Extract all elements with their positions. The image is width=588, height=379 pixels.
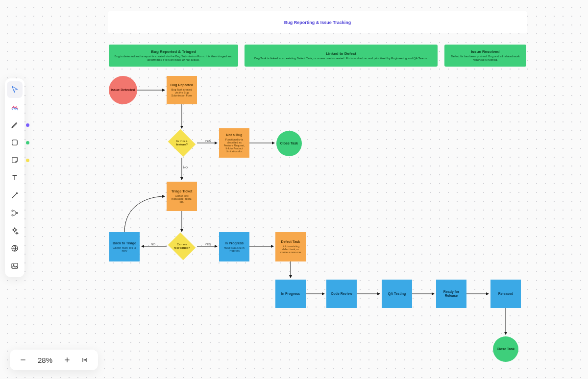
- zoom-controls: 28%: [10, 350, 98, 370]
- pen-color-badge: [26, 123, 29, 127]
- node-code-review-label: Code Review: [331, 292, 352, 296]
- sticky-color-badge: [26, 159, 29, 162]
- zoom-fit-button[interactable]: [79, 355, 90, 365]
- svg-point-16: [12, 210, 13, 212]
- shape-color-badge: [26, 141, 29, 144]
- zoom-in-button[interactable]: [62, 355, 73, 365]
- svg-point-18: [16, 213, 18, 214]
- tool-text[interactable]: [7, 169, 23, 186]
- node-not-a-bug[interactable]: Not a Bug Functionality is classified as…: [219, 128, 249, 158]
- tool-brand-icon[interactable]: [7, 99, 23, 116]
- title-text: Bug Reporting & Issue Tracking: [284, 20, 351, 25]
- node-is-bug-decision[interactable]: Is this a feature?: [171, 132, 193, 154]
- section-resolved: Issue Resolved Defect fix has been pushe…: [444, 45, 526, 67]
- zoom-out-button[interactable]: [18, 355, 28, 365]
- section-linked: Linked to Defect Bug Task is linked to a…: [245, 45, 438, 67]
- node-in-progress-1[interactable]: In Progress Move status to In Progress: [219, 232, 249, 261]
- tool-pen[interactable]: [7, 117, 23, 133]
- node-qa-testing-label: QA Testing: [388, 292, 406, 296]
- node-defect-title: Defect Task: [281, 240, 300, 244]
- node-released[interactable]: Released: [490, 280, 521, 308]
- section-linked-title: Linked to Defect: [326, 51, 356, 56]
- node-triage-sub: Gather info: reproduce, repro, etc.: [169, 194, 195, 203]
- edge-no-2: NO: [151, 243, 155, 246]
- tool-shape[interactable]: [7, 134, 23, 151]
- node-not-a-bug-sub: Functionality is classified as Feature R…: [221, 138, 247, 153]
- diagram-title: Bug Reporting & Issue Tracking: [108, 11, 527, 33]
- node-in-progress-2-label: In Progress: [281, 292, 300, 296]
- node-close-task-2-label: Close Task: [497, 347, 514, 351]
- diagram-canvas[interactable]: Bug Reporting & Issue Tracking Bug Repor…: [0, 0, 588, 379]
- node-ready-release-label: Ready for Release: [438, 290, 465, 297]
- node-released-label: Released: [498, 292, 514, 296]
- node-code-review[interactable]: Code Review: [326, 280, 357, 308]
- node-back-to-triage[interactable]: Back to Triage Gather more info to retry: [109, 232, 140, 261]
- node-issue-detected-label: Issue Detected: [111, 88, 135, 92]
- tool-connector[interactable]: [7, 187, 23, 204]
- left-toolbar: [5, 78, 24, 277]
- edge-no-1: NO: [183, 166, 188, 169]
- section-reported: Bug Reported & Triaged Bug is detected a…: [109, 45, 238, 67]
- svg-point-17: [12, 214, 13, 216]
- node-bug-reported-sub: Bug Task created via the Bug Submission …: [169, 88, 195, 97]
- node-close-task-1[interactable]: Close Task: [276, 131, 302, 156]
- section-reported-title: Bug Reported & Triaged: [151, 49, 196, 54]
- node-issue-detected[interactable]: Issue Detected: [109, 76, 137, 104]
- edge-yes-2: YES: [205, 243, 211, 246]
- node-close-task-1-label: Close Task: [280, 142, 298, 145]
- tool-mindmap[interactable]: [7, 205, 23, 221]
- section-resolved-sub: Defect fix has been pushed. Bug and all …: [446, 55, 524, 61]
- node-close-task-2[interactable]: Close Task: [493, 336, 518, 362]
- node-triage-title: Triage Ticket: [172, 190, 193, 193]
- node-not-a-bug-title: Not a Bug: [226, 133, 242, 137]
- node-is-bug-label: Is this a feature?: [171, 140, 193, 146]
- node-in-progress-1-sub: Move status to In Progress: [221, 246, 247, 252]
- node-ready-release[interactable]: Ready for Release: [436, 280, 466, 308]
- node-in-progress-2[interactable]: In Progress: [275, 280, 306, 308]
- node-reproduce-label: Can we reproduce?: [171, 243, 193, 249]
- zoom-level: 28%: [35, 356, 55, 364]
- node-bug-reported-title: Bug Reported: [171, 83, 193, 87]
- tool-ai-sparkle[interactable]: [7, 222, 23, 239]
- node-defect-sub: Link to existing defect task, or create …: [277, 245, 304, 254]
- node-back-triage-sub: Gather more info to retry: [111, 246, 138, 252]
- tool-image[interactable]: [7, 258, 23, 274]
- section-linked-sub: Bug Task is linked to an existing Defect…: [251, 57, 431, 60]
- node-qa-testing[interactable]: QA Testing: [382, 280, 412, 308]
- section-reported-sub: Bug is detected and a report is created …: [111, 55, 236, 61]
- tool-sticky-note[interactable]: [7, 152, 23, 168]
- node-reproduce-decision[interactable]: Can we reproduce?: [171, 236, 193, 257]
- svg-rect-15: [12, 140, 18, 145]
- edge-yes-1: YES: [205, 140, 211, 142]
- node-defect-task[interactable]: Defect Task Link to existing defect task…: [275, 232, 306, 261]
- section-resolved-title: Issue Resolved: [471, 49, 499, 54]
- tool-web[interactable]: [7, 240, 23, 257]
- node-in-progress-1-title: In Progress: [225, 241, 244, 245]
- tool-select[interactable]: [7, 81, 23, 98]
- node-bug-reported[interactable]: Bug Reported Bug Task created via the Bu…: [167, 76, 197, 104]
- node-back-triage-title: Back to Triage: [113, 241, 136, 245]
- svg-rect-20: [12, 263, 18, 269]
- node-triage-ticket[interactable]: Triage Ticket Gather info: reproduce, re…: [167, 182, 197, 211]
